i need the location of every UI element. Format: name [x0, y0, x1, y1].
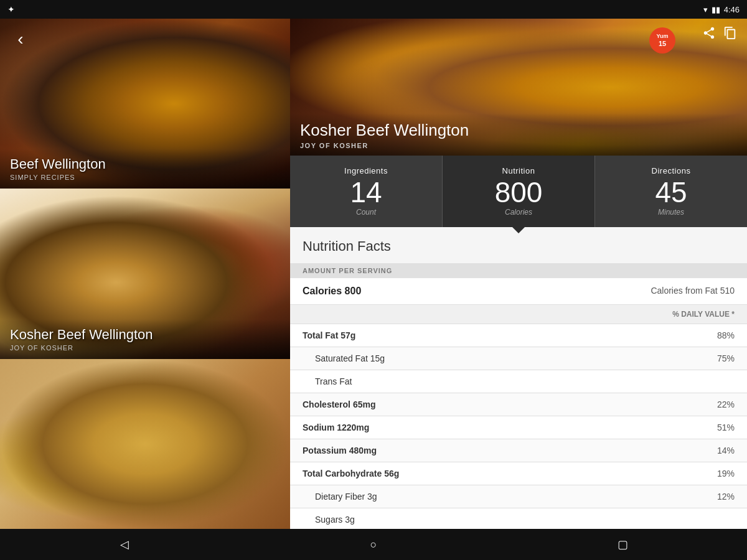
status-bar: ✦ ▾ ▮▮ 4:46: [0, 0, 747, 19]
nutrition-row-label: Cholesterol 65mg: [303, 399, 375, 409]
left-panel: ‹ Beef Wellington SIMPLY RECIPES Kosher …: [0, 19, 290, 529]
back-arrow-icon: ‹: [17, 29, 23, 49]
nutrition-row: Potassium 480mg14%: [290, 439, 747, 462]
tab-ingredients-value: 14: [350, 178, 382, 207]
nutrition-row: Dietary Fiber 3g12%: [290, 485, 747, 508]
nutrition-row-label: Dietary Fiber 3g: [315, 492, 377, 502]
amount-per-serving-label: AMOUNT PER SERVING: [290, 263, 747, 278]
card-1-overlay: Beef Wellington SIMPLY RECIPES: [0, 149, 290, 189]
nav-back-icon: ◁: [120, 538, 129, 551]
tab-ingredients-label: Ingredients: [344, 166, 388, 175]
nutrition-row-value: 19%: [717, 469, 735, 478]
content-area[interactable]: Nutrition Facts AMOUNT PER SERVING Calor…: [290, 227, 747, 529]
nutrition-row: Trans Fat: [290, 370, 747, 393]
share-button[interactable]: [702, 26, 716, 43]
nutrition-row-value: 14%: [717, 446, 735, 455]
recipe-card-third[interactable]: [0, 359, 290, 529]
nav-recents-button[interactable]: ▢: [607, 529, 638, 560]
battery-icon: ▮▮: [712, 5, 720, 14]
wifi-icon: ▾: [703, 5, 708, 14]
tab-active-arrow: [512, 227, 525, 233]
daily-value-header-row: % DAILY VALUE *: [290, 305, 747, 324]
nav-home-button[interactable]: ○: [358, 529, 389, 560]
yum-count: 15: [659, 40, 666, 47]
calories-label: Calories 800: [303, 286, 361, 297]
tab-nutrition[interactable]: Nutrition 800 Calories: [443, 156, 595, 227]
nutrition-row: Sugars 3g: [290, 508, 747, 529]
android-icon: ✦: [7, 4, 15, 14]
card-2-source: JOY OF KOSHER: [10, 344, 280, 352]
recipe-header-overlay: Kosher Beef Wellington JOY OF KOSHER: [290, 113, 747, 156]
tab-directions[interactable]: Directions 45 Minutes: [595, 156, 747, 227]
nutrition-row-label: Trans Fat: [315, 376, 352, 386]
nutrition-row-value: 75%: [717, 353, 735, 363]
status-right: ▾ ▮▮ 4:46: [703, 5, 740, 14]
nutrition-row-value: 51%: [717, 422, 735, 432]
header-actions: [702, 26, 737, 43]
tab-ingredients-unit: Count: [356, 208, 376, 217]
third-recipe-image: [0, 359, 290, 529]
card-1-title: Beef Wellington: [10, 156, 280, 172]
nutrition-row: Cholesterol 65mg22%: [290, 393, 747, 416]
nutrition-row-label: Potassium 480mg: [303, 446, 377, 455]
recipe-header: Yum 15 Kosher Beef Wellington JOY OF KOS…: [290, 19, 747, 156]
time-display: 4:46: [724, 5, 740, 14]
back-button[interactable]: ‹: [9, 28, 32, 50]
tab-directions-label: Directions: [652, 166, 691, 175]
nutrition-row-value: 12%: [717, 492, 735, 502]
yum-badge[interactable]: Yum 15: [649, 27, 675, 54]
nutrition-row-label: Saturated Fat 15g: [315, 353, 385, 363]
calories-row: Calories 800 Calories from Fat 510: [290, 278, 747, 305]
copy-button[interactable]: [723, 26, 737, 43]
nutrition-row-label: Total Carbohydrate 56g: [303, 469, 399, 478]
recipe-card-kosher-beef-wellington[interactable]: Kosher Beef Wellington JOY OF KOSHER: [0, 189, 290, 358]
nutrition-row-label: Sugars 3g: [315, 515, 355, 525]
tab-directions-unit: Minutes: [658, 208, 684, 217]
nav-bar: ◁ ○ ▢: [0, 529, 747, 560]
tab-nutrition-value: 800: [495, 178, 543, 207]
recipe-header-source: JOY OF KOSHER: [300, 142, 737, 149]
nutrition-row: Sodium 1220mg51%: [290, 416, 747, 439]
tab-directions-value: 45: [655, 178, 687, 207]
nutrition-rows-container: Total Fat 57g88%Saturated Fat 15g75%Tran…: [290, 324, 747, 529]
nutrition-row: Total Fat 57g88%: [290, 324, 747, 347]
nav-home-icon: ○: [370, 538, 377, 551]
right-panel: Yum 15 Kosher Beef Wellington JOY OF KOS…: [290, 19, 747, 529]
daily-value-header-label: % DAILY VALUE *: [672, 310, 735, 319]
nutrition-row-label: Total Fat 57g: [303, 330, 355, 340]
yum-label: Yum: [656, 34, 668, 40]
nutrition-row-label: Sodium 1220mg: [303, 422, 369, 432]
status-left: ✦: [7, 4, 15, 14]
card-1-source: SIMPLY RECIPES: [10, 174, 280, 181]
tab-ingredients[interactable]: Ingredients 14 Count: [290, 156, 443, 227]
nutrition-row: Saturated Fat 15g75%: [290, 347, 747, 370]
nutrition-row-value: 88%: [717, 330, 735, 340]
nutrition-row: Total Carbohydrate 56g19%: [290, 462, 747, 485]
tab-nutrition-label: Nutrition: [502, 166, 535, 175]
card-2-title: Kosher Beef Wellington: [10, 327, 280, 343]
nav-recents-icon: ▢: [618, 538, 628, 551]
nav-back-button[interactable]: ◁: [109, 529, 140, 560]
calories-from-fat: Calories from Fat 510: [651, 286, 735, 297]
recipe-card-beef-wellington[interactable]: Beef Wellington SIMPLY RECIPES: [0, 19, 290, 189]
nutrition-row-value: 22%: [717, 399, 735, 409]
tabs-section: Ingredients 14 Count Nutrition 800 Calor…: [290, 156, 747, 227]
recipe-header-title: Kosher Beef Wellington: [300, 121, 737, 140]
main-container: ‹ Beef Wellington SIMPLY RECIPES Kosher …: [0, 19, 747, 529]
tab-nutrition-unit: Calories: [505, 208, 532, 217]
card-2-overlay: Kosher Beef Wellington JOY OF KOSHER: [0, 319, 290, 359]
